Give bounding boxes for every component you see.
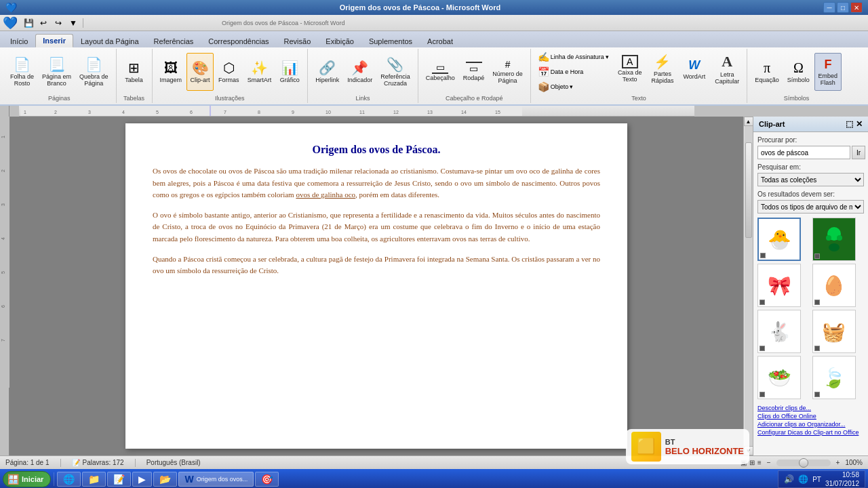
clipart-go-button[interactable]: Ir: [852, 146, 865, 159]
clipart-move-button[interactable]: ⬚: [846, 119, 853, 129]
grafico-button[interactable]: 📊 Gráfico: [276, 53, 303, 91]
zoom-level[interactable]: 100%: [845, 459, 863, 466]
paragraph-2: O ovo é símbolo bastante antigo, anterio…: [153, 209, 600, 245]
tab-inicio[interactable]: Início: [3, 35, 35, 47]
taskbar-folder[interactable]: 📂: [153, 472, 177, 487]
clipart-item-3[interactable]: 🎀: [757, 264, 801, 307]
simbolo-button[interactable]: Ω Símbolo: [784, 53, 813, 91]
clipart-grid: 🐣 🎀: [757, 218, 864, 399]
qat-dropdown[interactable]: ▼: [66, 17, 80, 29]
save-button[interactable]: 💾: [22, 17, 35, 29]
svg-point-28: [826, 235, 831, 241]
scroll-thumb[interactable]: [745, 142, 752, 239]
tabela-button[interactable]: ⊞ Tabela: [121, 53, 148, 91]
taskbar-word[interactable]: W Origem dos ovos...: [178, 472, 254, 487]
svg-text:4: 4: [122, 110, 125, 115]
svg-text:12: 12: [393, 110, 399, 115]
clipart-item-8[interactable]: 🍃: [812, 356, 856, 399]
group-label-texto: Texto: [535, 94, 743, 102]
taskbar-app3[interactable]: 📝: [107, 472, 131, 487]
clipart-body: Procurar por: Ir Pesquisar em: Todas as …: [753, 132, 868, 455]
watermark-title: BELO HORIZONTE: [665, 446, 744, 456]
clipart-item-6[interactable]: 🧺: [812, 310, 856, 353]
view-outline-icon[interactable]: ≡: [757, 459, 762, 466]
clipart-add-link[interactable]: Adicionar clips ao Organizador...: [757, 421, 864, 428]
group-label-paginas: Páginas: [7, 94, 112, 102]
tab-correspondencias[interactable]: Correspondências: [201, 35, 276, 47]
zoom-slider[interactable]: [776, 460, 831, 466]
redo-button[interactable]: ↪: [52, 17, 65, 29]
clipart-searchin-select[interactable]: Todas as coleções: [757, 173, 864, 186]
tab-inserir[interactable]: Inserir: [35, 34, 73, 47]
tab-referencias[interactable]: Referências: [146, 35, 201, 47]
tab-revisao[interactable]: Revisão: [277, 35, 319, 47]
clipart-office-link[interactable]: Clips do Office Online: [757, 413, 864, 420]
group-label-links: Links: [312, 94, 414, 102]
objeto-button[interactable]: 📦 Objeto ▾: [535, 80, 612, 94]
svg-text:7: 7: [224, 110, 226, 115]
vertical-scrollbar[interactable]: ▲ ▼: [743, 117, 753, 455]
minimize-button[interactable]: ─: [823, 2, 835, 13]
smartart-button[interactable]: ✨ SmartArt: [244, 53, 275, 91]
taskbar-app7[interactable]: 🎯: [255, 472, 279, 487]
taskbar: 🪟 Iniciar 🌐 📁 📝 ▶ 📂 W Origem dos ovos...…: [0, 469, 868, 488]
wordart-button[interactable]: W WordArt: [679, 50, 709, 88]
svg-text:7: 7: [1, 339, 5, 342]
start-button[interactable]: 🪟 Iniciar: [3, 471, 51, 487]
clipart-item-1[interactable]: 🐣: [757, 218, 801, 261]
svg-text:1: 1: [1, 136, 5, 138]
system-clock: 10:58 31/07/2012: [825, 470, 859, 488]
data-hora-button[interactable]: 📅 Data e Hora: [535, 65, 612, 79]
scroll-up-button[interactable]: ▲: [744, 117, 753, 126]
clipart-item-7[interactable]: 🥗: [757, 356, 801, 399]
pagina-branco-button[interactable]: 📃 Página emBranco: [39, 53, 75, 91]
tab-suplementos[interactable]: Suplementos: [361, 35, 420, 47]
folha-rosto-button[interactable]: 📄 Folha deRosto: [7, 53, 37, 91]
cabecalho-button[interactable]: ▭ Cabeçalho: [422, 53, 458, 91]
maximize-button[interactable]: □: [837, 2, 849, 13]
letra-capitular-button[interactable]: A LetraCapitular: [711, 50, 743, 88]
referencia-cruzada-button[interactable]: 📎 ReferênciaCruzada: [377, 53, 414, 91]
svg-text:3: 3: [1, 203, 5, 206]
quebra-pagina-button[interactable]: 📄 Quebra dePágina: [76, 53, 112, 91]
imagem-button[interactable]: 🖼 Imagem: [157, 53, 186, 91]
scroll-track[interactable]: [745, 126, 753, 446]
clipart-close-button[interactable]: ✕: [856, 119, 863, 129]
close-button[interactable]: ✕: [850, 2, 863, 13]
clipart-settings-link[interactable]: Configurar Dicas do Clip-art no Office: [757, 429, 864, 436]
partes-rapidas-button[interactable]: ⚡ PartesRápidas: [648, 50, 677, 88]
indicador-button[interactable]: 📌 Indicador: [344, 53, 376, 91]
taskbar-explorer[interactable]: 📁: [82, 472, 106, 487]
caixa-texto-button[interactable]: A Caixa deTexto: [614, 50, 646, 88]
taskbar-ie[interactable]: 🌐: [57, 472, 81, 487]
document-page: Origem dos ovos de Páscoa. Os ovos de ch…: [125, 123, 627, 449]
watermark-bt: BT: [665, 438, 744, 446]
tab-exibicao[interactable]: Exibição: [318, 35, 361, 47]
svg-text:11: 11: [359, 110, 365, 115]
linha-assinatura-button[interactable]: ✍ Linha de Assinatura ▾: [535, 50, 612, 64]
hiperlink-button[interactable]: 🔗 Hiperlink: [312, 53, 342, 91]
view-layout-icon[interactable]: ⊞: [749, 459, 755, 466]
rodape-button[interactable]: ▭ Rodapé: [460, 53, 488, 91]
clipart-search-input[interactable]: [757, 146, 850, 159]
clipart-results-select[interactable]: Todos os tipos de arquivo de mi: [757, 200, 864, 214]
clipart-item-2[interactable]: [812, 218, 856, 261]
clipart-results-label: Os resultados devem ser:: [757, 190, 864, 198]
clipart-item-4[interactable]: 🥚: [812, 264, 856, 307]
undo-button[interactable]: ↩: [37, 17, 50, 29]
clipart-item-5[interactable]: 🐇: [757, 310, 801, 353]
numero-pagina-button[interactable]: # Número dePágina: [489, 53, 526, 91]
taskbar-media[interactable]: ▶: [132, 472, 152, 487]
svg-text:6: 6: [190, 110, 193, 115]
clipart-button[interactable]: 🎨 Clip-art: [186, 53, 214, 91]
equacao-button[interactable]: π Equação: [751, 53, 783, 91]
taskbar-system-tray: 🔊 🌐 PT 10:58 31/07/2012: [778, 470, 865, 488]
tab-acrobat[interactable]: Acrobat: [420, 35, 460, 47]
zoom-plus[interactable]: +: [836, 459, 840, 466]
zoom-minus[interactable]: −: [767, 459, 771, 466]
paragraph-1: Os ovos de chocolate ou ovos de Páscoa s…: [153, 165, 600, 201]
tab-layout[interactable]: Layout da Página: [73, 35, 146, 47]
formas-button[interactable]: ⬡ Formas: [215, 53, 243, 91]
clipart-more-link[interactable]: Descobrir clips de...: [757, 405, 864, 411]
embed-flash-button[interactable]: F EmbedFlash: [814, 53, 842, 91]
